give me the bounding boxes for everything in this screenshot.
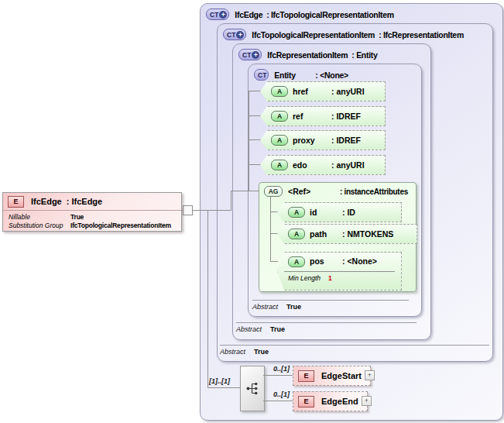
attribute-badge: A — [288, 229, 305, 239]
attribute-badge: A — [271, 111, 288, 122]
connector-line — [231, 191, 259, 191]
connector-line — [270, 212, 278, 212]
attribute-ref[interactable]: A ref : IDREF — [260, 106, 386, 126]
cardinality-label: 0..[1] — [266, 390, 290, 398]
cardinality-label: [1]..[1] — [209, 377, 230, 385]
connector-line — [249, 91, 262, 91]
connector-line — [249, 91, 249, 191]
attribute-badge: A — [288, 256, 305, 267]
element-edgestart[interactable]: E EdgeStart — [293, 366, 371, 386]
complextype-title: IfcTopologicalRepresentationItem: IfcRep… — [252, 30, 464, 40]
complextype-title: IfcEdge: IfcTopologicalRepresentationIte… — [235, 10, 393, 19]
element-ifcedge[interactable]: E IfcEdge: IfcEdge Nillable True Substit… — [2, 192, 182, 232]
attribute-edo[interactable]: A edo : anyURI — [260, 155, 386, 175]
complextype-plus-badge[interactable]: CT+ — [206, 9, 229, 20]
complextype-title: Entity: <None> — [274, 70, 348, 80]
cardinality-label: 0..[1] — [266, 365, 290, 373]
plus-icon: + — [219, 11, 227, 19]
connector-line — [207, 210, 208, 387]
connector-line — [249, 164, 262, 165]
schema-diagram: CT+ IfcEdge: IfcTopologicalRepresentatio… — [0, 0, 504, 423]
connector-line — [249, 115, 262, 116]
complextype-repitem-header[interactable]: CT+ IfcRepresentationItem: Entity — [233, 44, 430, 60]
min-length-facet: Min Length 1 — [288, 274, 332, 282]
plus-icon: + — [236, 31, 244, 39]
connector-line — [263, 401, 293, 401]
attribute-href[interactable]: A href : anyURI — [260, 81, 386, 101]
complextype-entity-header[interactable]: CT Entity: <None> — [249, 64, 421, 81]
attribute-proxy[interactable]: A proxy : IDREF — [260, 130, 386, 150]
substitution-group-row: Substitution Group IfcTopologicalReprese… — [3, 222, 181, 230]
attribute-pos[interactable]: A pos : <None> Min Length 1 — [277, 252, 402, 291]
expand-plus-icon[interactable]: + — [362, 396, 372, 406]
connector-line — [207, 387, 240, 388]
connector-line — [231, 191, 231, 211]
connector-line — [270, 197, 271, 262]
sequence-compositor[interactable] — [240, 366, 265, 411]
connector-line — [270, 261, 278, 262]
plus-icon: + — [252, 51, 259, 59]
facet-value: 1 — [328, 274, 332, 282]
sequence-icon — [246, 381, 259, 396]
attribute-path[interactable]: A path : NMTOKENS — [277, 224, 417, 244]
element-badge: E — [8, 196, 24, 208]
attribute-badge: A — [288, 207, 305, 218]
complextype-topo-header[interactable]: CT+ IfcTopologicalRepresentationItem: If… — [218, 24, 492, 40]
element-title: IfcEdge: IfcEdge — [31, 197, 102, 206]
attribute-id[interactable]: A id : ID — [277, 202, 402, 222]
expand-plus-icon[interactable]: + — [365, 370, 375, 380]
complextype-plus-badge[interactable]: CT+ — [238, 49, 262, 60]
complextype-badge[interactable]: CT — [254, 69, 269, 81]
abstract-row: Abstract True — [252, 300, 409, 311]
element-badge: E — [298, 370, 314, 382]
element-ifcedge-header: E IfcEdge: IfcEdge — [3, 193, 181, 211]
attribute-group-ref[interactable]: AG <Ref> : instanceAttributes A id : ID … — [259, 182, 417, 292]
attribute-group-badge: AG — [264, 186, 283, 197]
complextype-title: IfcRepresentationItem: Entity — [267, 50, 377, 60]
nillable-row: Nillable True — [3, 213, 181, 222]
collapse-square-icon[interactable] — [183, 205, 193, 215]
attribute-badge: A — [271, 135, 288, 146]
attribute-group-header: AG <Ref> : instanceAttributes — [259, 183, 416, 197]
connector-line — [263, 375, 293, 376]
element-edgeend[interactable]: E EdgeEnd — [293, 391, 368, 411]
complextype-ifcedge-header[interactable]: CT+ IfcEdge: IfcTopologicalRepresentatio… — [201, 4, 502, 20]
facet-separator — [284, 271, 395, 272]
connector-line — [270, 233, 278, 234]
abstract-row: Abstract True — [220, 345, 489, 356]
abstract-row: Abstract True — [236, 322, 417, 333]
attribute-badge: A — [271, 86, 288, 97]
connector-line — [249, 139, 262, 140]
element-badge: E — [298, 396, 314, 408]
attribute-badge: A — [271, 160, 288, 170]
complextype-plus-badge[interactable]: CT+ — [223, 29, 246, 40]
